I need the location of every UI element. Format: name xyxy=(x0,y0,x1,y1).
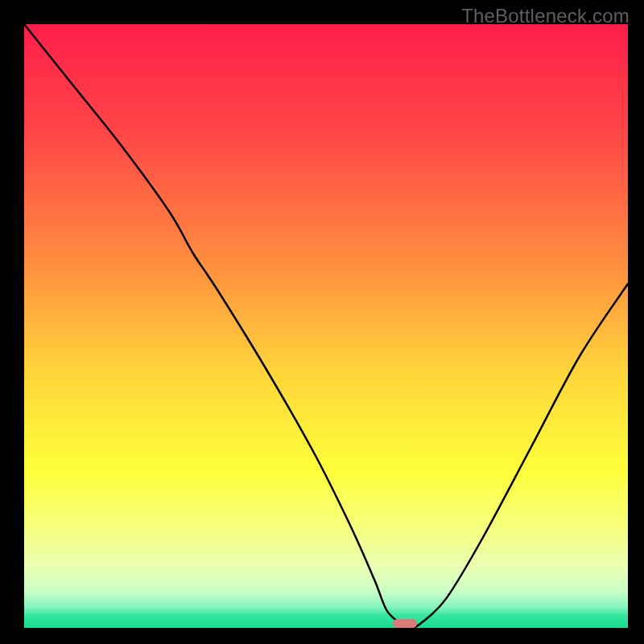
bottleneck-curve xyxy=(24,24,628,628)
watermark-text: TheBottleneck.com xyxy=(461,5,630,27)
bottom-border xyxy=(0,628,644,644)
plot-area xyxy=(24,24,628,628)
left-border xyxy=(0,0,24,644)
chart-stage: TheBottleneck.com xyxy=(0,0,644,644)
curve-layer xyxy=(24,24,628,628)
optimal-marker xyxy=(393,619,417,628)
